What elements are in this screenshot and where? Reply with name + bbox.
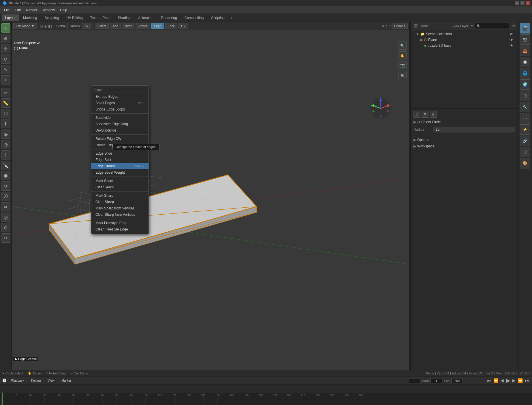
tab-uv-editing[interactable]: UV Editing: [63, 14, 86, 21]
tool-shear[interactable]: ⊘: [1, 223, 10, 232]
tool-shrink-fatten[interactable]: ◎: [1, 213, 10, 222]
tab-texture-paint[interactable]: Texture Paint: [87, 14, 114, 21]
prop-scene-props-icon-btn[interactable]: 🌐: [520, 68, 530, 78]
menu-window[interactable]: Window: [40, 7, 57, 13]
tool-bevel[interactable]: ◔: [1, 140, 10, 149]
ctx-edge-crease[interactable]: Edge Crease Shift E: [91, 163, 148, 169]
next-frame-button[interactable]: ▶: [512, 378, 516, 383]
start-frame-input[interactable]: [431, 378, 442, 383]
mesh-btn[interactable]: Mesh: [122, 23, 135, 29]
tl-playback-btn[interactable]: Playback: [9, 378, 27, 383]
prop-view-layer-icon-btn[interactable]: 🔲: [520, 57, 530, 67]
menu-edit[interactable]: Edit: [12, 7, 23, 13]
tl-keying-btn[interactable]: Keying: [29, 378, 43, 383]
hand-icon[interactable]: ✋: [398, 51, 407, 59]
tool-annotate[interactable]: ✏: [1, 88, 10, 97]
prop-radius-value[interactable]: 25: [433, 127, 515, 132]
tab-scripting[interactable]: Scripting: [208, 14, 228, 21]
end-frame-input[interactable]: [451, 378, 463, 383]
tab-shading[interactable]: Shading: [114, 14, 134, 21]
options-section[interactable]: ▶ Options: [413, 137, 515, 143]
ctx-clear-sharp[interactable]: Clear Sharp: [91, 199, 148, 205]
tool-inset[interactable]: ◉: [1, 130, 10, 139]
plane-eye-icon[interactable]: 👁: [510, 38, 513, 42]
ctx-mark-freestyle[interactable]: Mark Freestyle Edge: [91, 220, 148, 226]
close-button[interactable]: ✕: [526, 1, 530, 5]
maximize-button[interactable]: □: [520, 1, 525, 5]
tool-move[interactable]: ✛: [1, 44, 10, 53]
camera-icon[interactable]: 📷: [398, 61, 407, 69]
tl-marker-btn[interactable]: Marker: [59, 378, 74, 383]
ctx-edge-bevel-weight[interactable]: Edge Bevel Weight: [91, 169, 148, 176]
prev-frame-button[interactable]: ◀: [500, 378, 504, 383]
add-workspace-button[interactable]: +: [229, 15, 234, 21]
tl-view-btn[interactable]: View: [45, 378, 57, 383]
prop-scene-icon-btn[interactable]: 🎬: [520, 23, 530, 33]
scene-collection-item[interactable]: ▼ 📁 Scene Collection 👁: [413, 31, 515, 37]
tool-knife[interactable]: 🔪: [1, 161, 10, 170]
zoom-icon[interactable]: 🔍: [398, 42, 407, 50]
prop-object-icon-btn[interactable]: ⬡: [520, 91, 530, 101]
tool-select[interactable]: ⊹: [1, 23, 10, 33]
uv-btn[interactable]: UV: [178, 23, 188, 29]
menu-help[interactable]: Help: [58, 7, 69, 13]
radius-value-btn[interactable]: 25: [82, 23, 91, 29]
tool-poly-build[interactable]: ⬢: [1, 171, 10, 180]
prop-particles-icon-btn[interactable]: ⋯: [520, 113, 530, 123]
next-keyframe-button[interactable]: ⏩: [517, 378, 523, 383]
ctx-bevel-edges[interactable]: Bevel Edges Ctrl B: [91, 100, 148, 106]
viewport-canvas[interactable]: X Y Z User Perspective (1) Plane 🔍 ✋ 📷 ⊞: [12, 30, 409, 369]
collection-eye-icon[interactable]: 👁: [510, 32, 513, 36]
ctx-clear-seam[interactable]: Clear Seam: [91, 184, 148, 190]
tab-rendering[interactable]: Rendering: [157, 14, 180, 21]
tool-edge-slide[interactable]: ⇔: [1, 202, 10, 211]
tab-compositing[interactable]: Compositing: [181, 14, 207, 21]
add-btn[interactable]: Add: [110, 23, 121, 29]
ctx-bridge-edge-loops[interactable]: Bridge Edge Loops: [91, 106, 148, 112]
prev-keyframe-button[interactable]: ⏪: [493, 378, 499, 383]
ctx-rotate-ccw[interactable]: Rotate Edge CCW: [91, 142, 148, 148]
tool-loop-cut[interactable]: ⌇: [1, 150, 10, 160]
ctx-mark-seam[interactable]: Mark Seam: [91, 178, 148, 184]
face-btn[interactable]: Face: [165, 23, 177, 29]
tool-rotate[interactable]: ↺: [1, 55, 10, 64]
prop-modifier-icon-btn[interactable]: 🔧: [520, 102, 530, 112]
ctx-mark-sharp[interactable]: Mark Sharp: [91, 192, 148, 199]
tab-animation[interactable]: Animation: [135, 14, 157, 21]
tool-measure[interactable]: 📏: [1, 98, 10, 108]
plane-item[interactable]: ▶ ⬡ Plane 👁: [413, 37, 515, 43]
tool-cursor[interactable]: ⊕: [1, 34, 10, 43]
ctx-edge-slide[interactable]: Edge Slide: [91, 150, 148, 157]
vertex-btn[interactable]: Vertex: [136, 23, 150, 29]
outliner-search-input[interactable]: [475, 23, 509, 29]
tab-sculpting[interactable]: Sculpting: [41, 14, 62, 21]
options-btn[interactable]: Options: [392, 23, 408, 29]
tab-layout[interactable]: Layout: [2, 14, 19, 21]
prop-output-icon-btn[interactable]: 📤: [520, 46, 530, 56]
ctx-mark-sharp-vertices[interactable]: Mark Sharp from Vertices: [91, 205, 148, 211]
minimize-button[interactable]: ─: [515, 1, 519, 5]
puzzle-eye-icon[interactable]: 👁: [510, 44, 513, 48]
grid-icon[interactable]: ⊞: [398, 71, 407, 79]
timeline-ruler[interactable]: 1 10 20 30 40 50 60 70 80 90 100 110 120…: [0, 393, 532, 405]
prop-icon-active[interactable]: ⊡: [413, 111, 420, 118]
prop-material-icon-btn[interactable]: 🎨: [520, 158, 530, 168]
viewport[interactable]: Edit Mode ▼ ⊡ ◈ ◧ Global Radius: 25 Sele…: [12, 22, 409, 376]
ctx-extrude-edges[interactable]: Extrude Edges: [91, 93, 148, 100]
tool-extrude[interactable]: ⬆: [1, 119, 10, 128]
outliner-filter-icon[interactable]: ⚙: [512, 24, 515, 28]
workspace-section[interactable]: ▶ Workspace: [413, 143, 515, 149]
tool-add-mesh[interactable]: ⬡: [1, 109, 10, 118]
ctx-clear-sharp-vertices[interactable]: Clear Sharp from Vertices: [91, 211, 148, 218]
current-frame-input[interactable]: [409, 378, 420, 383]
jump-end-button[interactable]: ⏭: [525, 378, 530, 383]
tab-modeling[interactable]: Modeling: [20, 14, 41, 21]
mode-select[interactable]: Edit Mode ▼: [13, 23, 37, 29]
prop-data-icon-btn[interactable]: ⬡: [520, 147, 530, 157]
ctx-subdivide[interactable]: Subdivide: [91, 115, 148, 121]
select-btn[interactable]: Select: [95, 23, 109, 29]
tool-spin[interactable]: ⟳: [1, 181, 10, 191]
menu-file[interactable]: File: [2, 7, 12, 13]
tool-smooth-vertex[interactable]: ⦿: [1, 192, 10, 201]
menu-render[interactable]: Render: [24, 7, 40, 13]
